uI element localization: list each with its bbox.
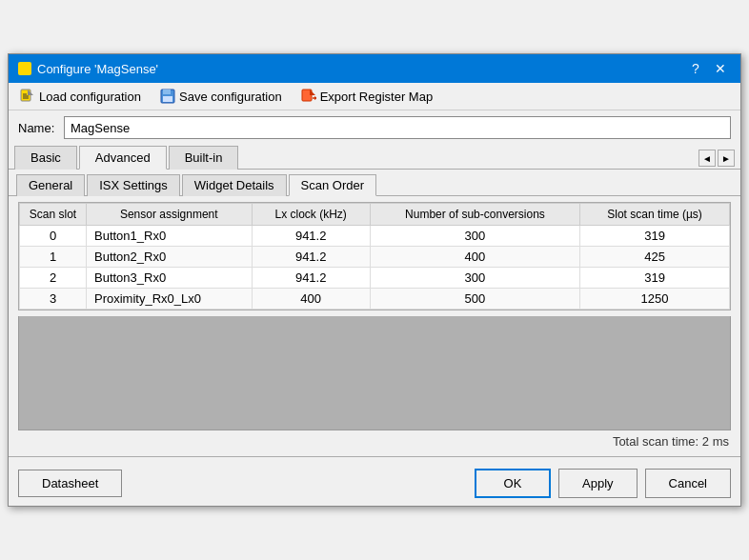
ok-button[interactable]: OK xyxy=(475,469,551,498)
cell-scantime-0: 319 xyxy=(580,226,730,247)
svg-rect-6 xyxy=(163,90,171,94)
help-button[interactable]: ? xyxy=(685,58,706,79)
title-bar-left: Configure 'MagSense' xyxy=(18,62,158,76)
cell-scantime-2: 319 xyxy=(580,268,730,289)
col-sensor: Sensor assignment xyxy=(87,204,253,226)
inner-tab-isx[interactable]: ISX Settings xyxy=(87,174,180,196)
name-label: Name: xyxy=(18,121,56,135)
scan-table-container: Scan slot Sensor assignment Lx clock (kH… xyxy=(18,202,731,310)
table-row: 0 Button1_Rx0 941.2 300 319 xyxy=(20,226,730,247)
tab-basic[interactable]: Basic xyxy=(14,146,77,170)
cancel-button[interactable]: Cancel xyxy=(645,469,731,498)
cell-lx-1: 941.2 xyxy=(252,247,370,268)
cell-sensor-2: Button3_Rx0 xyxy=(87,268,253,289)
cell-scantime-3: 1250 xyxy=(580,289,730,310)
btn-left-group: Datasheet xyxy=(18,470,122,497)
datasheet-button[interactable]: Datasheet xyxy=(18,470,122,497)
inner-tab-scan-order[interactable]: Scan Order xyxy=(289,174,376,196)
col-scan-slot: Scan slot xyxy=(20,204,87,226)
inner-tabs-row: General ISX Settings Widget Details Scan… xyxy=(9,170,740,196)
name-input[interactable] xyxy=(64,116,731,139)
cell-sensor-3: Proximity_Rx0_Lx0 xyxy=(87,289,253,310)
col-sub-conv: Number of sub-conversions xyxy=(370,204,579,226)
cell-subconv-0: 300 xyxy=(370,226,579,247)
cell-subconv-3: 500 xyxy=(370,289,579,310)
export-register-button[interactable]: Export Register Map xyxy=(297,87,437,106)
cell-lx-0: 941.2 xyxy=(252,226,370,247)
col-scan-time: Slot scan time (µs) xyxy=(580,204,730,226)
btn-right-group: OK Apply Cancel xyxy=(475,469,731,498)
cell-slot-1: 1 xyxy=(20,247,87,268)
table-row: 2 Button3_Rx0 941.2 300 319 xyxy=(20,268,730,289)
name-row: Name: xyxy=(9,110,740,145)
cell-lx-3: 400 xyxy=(252,289,370,310)
save-icon xyxy=(160,89,175,104)
cell-subconv-1: 400 xyxy=(370,247,579,268)
apply-button[interactable]: Apply xyxy=(558,469,638,498)
svg-marker-9 xyxy=(310,90,315,95)
app-icon xyxy=(18,62,31,75)
table-header-row: Scan slot Sensor assignment Lx clock (kH… xyxy=(20,204,730,226)
title-bar: Configure 'MagSense' ? ✕ xyxy=(9,54,740,83)
content-area: Scan slot Sensor assignment Lx clock (kH… xyxy=(9,196,740,506)
table-row: 3 Proximity_Rx0_Lx0 400 500 1250 xyxy=(20,289,730,310)
save-config-label: Save configuration xyxy=(179,90,282,104)
cell-subconv-2: 300 xyxy=(370,268,579,289)
empty-area xyxy=(18,316,731,430)
configure-dialog: Configure 'MagSense' ? ✕ Load configurat… xyxy=(8,53,741,507)
main-tabs-row: Basic Advanced Built-in ◄ ► xyxy=(9,145,740,170)
total-scan-time: Total scan time: 2 ms xyxy=(9,430,740,452)
toolbar: Load configuration Save configuration xyxy=(9,83,740,110)
export-register-label: Export Register Map xyxy=(320,90,434,104)
svg-rect-7 xyxy=(163,96,172,102)
tab-nav-left[interactable]: ◄ xyxy=(698,150,716,167)
tab-nav-right[interactable]: ► xyxy=(718,150,735,167)
button-row: Datasheet OK Apply Cancel xyxy=(9,461,740,506)
table-row: 1 Button2_Rx0 941.2 400 425 xyxy=(20,247,730,268)
title-bar-controls: ? ✕ xyxy=(685,58,731,79)
load-icon xyxy=(20,89,35,104)
scan-order-table: Scan slot Sensor assignment Lx clock (kH… xyxy=(19,203,730,310)
cell-slot-2: 2 xyxy=(20,268,87,289)
inner-tab-general[interactable]: General xyxy=(16,174,85,196)
cell-slot-0: 0 xyxy=(20,226,87,247)
inner-tab-widget[interactable]: Widget Details xyxy=(182,174,287,196)
tab-builtin[interactable]: Built-in xyxy=(169,146,239,170)
main-tabs: Basic Advanced Built-in xyxy=(14,145,240,169)
cell-scantime-1: 425 xyxy=(580,247,730,268)
load-config-button[interactable]: Load configuration xyxy=(16,87,145,106)
cell-sensor-0: Button1_Rx0 xyxy=(87,226,253,247)
bottom-separator xyxy=(9,456,740,457)
col-lx-clock: Lx clock (kHz) xyxy=(252,204,370,226)
svg-marker-11 xyxy=(314,96,316,100)
close-button[interactable]: ✕ xyxy=(710,58,731,79)
cell-slot-3: 3 xyxy=(20,289,87,310)
tab-nav: ◄ ► xyxy=(698,150,735,169)
cell-sensor-1: Button2_Rx0 xyxy=(87,247,253,268)
load-config-label: Load configuration xyxy=(39,90,141,104)
cell-lx-2: 941.2 xyxy=(252,268,370,289)
tab-advanced[interactable]: Advanced xyxy=(79,146,167,170)
dialog-title: Configure 'MagSense' xyxy=(37,62,158,76)
save-config-button[interactable]: Save configuration xyxy=(156,87,286,106)
export-icon xyxy=(301,89,316,104)
